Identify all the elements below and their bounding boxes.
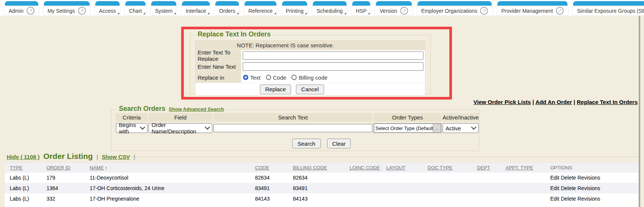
tab-admin[interactable]: Admin↗ (4, 1, 39, 16)
tab-label: System (155, 8, 173, 14)
revisions-link[interactable]: Revisions (578, 196, 600, 202)
replace-text-in-orders-link[interactable]: Replace Text In Orders (577, 99, 638, 105)
dropdown-triangle-icon (237, 12, 239, 14)
edit-link[interactable]: Edit (550, 185, 559, 191)
tab-label: My Settings (48, 8, 75, 14)
search-form: Criteria Begins with Field Order Name/De… (116, 113, 479, 133)
cell-billing-code: 82634 (293, 175, 308, 181)
col-header-doc-type[interactable]: DOC TYPE (428, 165, 452, 171)
table-header-row: TYPE ORDER ID NAME↑ CODE BILLING CODE LO… (5, 162, 638, 172)
search-text-column-header: Search Text (213, 113, 372, 122)
cell-order-id: 1364 (47, 185, 58, 191)
revisions-link[interactable]: Revisions (578, 185, 600, 191)
cell-name: 17-OH Corticosteroids, 24 Urine (90, 185, 164, 191)
cell-code: 82634 (255, 175, 270, 181)
dropdown-triangle-icon (368, 12, 370, 14)
cell-code: 83491 (255, 185, 270, 191)
col-header-layout[interactable]: LAYOUT (386, 165, 405, 171)
table-row: Labs (L) 332 17-OH Pregnenalone 84143 84… (5, 193, 638, 204)
active-inactive-select[interactable]: Active (443, 123, 479, 133)
tab-similar-exposure-groups[interactable]: Similar Exposure Groups (SEGs)↗ (572, 1, 644, 16)
annotation-highlight-box (181, 27, 452, 100)
delete-link[interactable]: Delete (561, 175, 576, 181)
criteria-select[interactable]: Begins with (116, 123, 147, 133)
tab-orders[interactable]: Orders (214, 1, 240, 16)
col-header-appt-type[interactable]: APPT. TYPE (506, 165, 533, 171)
sort-ascending-icon: ↑ (105, 165, 108, 171)
clear-button[interactable]: Clear (327, 139, 351, 148)
tab-label: Version (380, 8, 397, 14)
scrollbar[interactable] (639, 16, 640, 207)
dropdown-triangle-icon (174, 12, 176, 14)
order-type-browse-button[interactable]: ... (433, 124, 441, 132)
show-csv-link[interactable]: Show CSV (102, 154, 130, 160)
revisions-link[interactable]: Revisions (578, 175, 600, 181)
listing-divider-line (125, 157, 638, 157)
col-header-type[interactable]: TYPE (10, 165, 23, 171)
col-header-billing-code[interactable]: BILLING CODE (293, 165, 327, 171)
cell-name: 11-Deoxycortisol (90, 175, 128, 181)
col-header-code[interactable]: CODE (255, 165, 269, 171)
tab-interface[interactable]: Interface (181, 1, 211, 16)
dropdown-triangle-icon (305, 12, 307, 14)
tab-label: Interface (186, 8, 206, 14)
delete-link[interactable]: Delete (561, 196, 576, 202)
tab-hsp[interactable]: HSP (351, 1, 372, 16)
external-link-icon: ↗ (400, 7, 408, 15)
tab-reference[interactable]: Reference (243, 1, 278, 16)
search-orders-title: Search Orders (119, 105, 165, 113)
cell-billing-code: 83491 (293, 185, 308, 191)
order-listing-title: Order Listing (44, 152, 93, 161)
search-orders-panel: Search Orders Show Advanced Search Crite… (111, 109, 479, 151)
search-button[interactable]: Search (292, 139, 321, 148)
tab-system[interactable]: System (150, 1, 177, 16)
cell-type: Labs (L) (10, 185, 29, 191)
col-header-dept[interactable]: DEPT (477, 165, 490, 171)
tab-label: Provider Management (501, 8, 553, 14)
col-header-loinc-code[interactable]: LOINC CODE (350, 165, 380, 171)
tab-chart[interactable]: Chart (124, 1, 147, 16)
tab-my-settings[interactable]: My Settings↗ (43, 1, 91, 16)
tab-access[interactable]: Access (94, 1, 121, 16)
dropdown-triangle-icon (143, 12, 145, 14)
tab-label: Access (99, 8, 116, 14)
dropdown-triangle-icon (207, 12, 209, 14)
cell-order-id: 332 (47, 196, 55, 202)
col-header-options: OPTIONS (550, 165, 572, 171)
tab-label: Reference (248, 8, 273, 14)
show-advanced-search-link[interactable]: Show Advanced Search (169, 106, 224, 112)
search-text-input[interactable] (213, 124, 372, 132)
pipe-separator: | (134, 154, 135, 160)
table-row: Labs (L) 1364 17-OH Corticosteroids, 24 … (5, 183, 638, 193)
field-select[interactable]: Order Name/Description (149, 123, 212, 133)
tab-version[interactable]: Version↗ (375, 1, 413, 16)
cell-name: 17-OH Pregnenalone (90, 196, 139, 202)
col-header-order-id[interactable]: ORDER ID (47, 165, 71, 171)
cell-options: EditDeleteRevisions (550, 175, 602, 181)
tab-provider-management[interactable]: Provider Management↗ (496, 1, 569, 16)
chevron-down-icon (205, 124, 210, 130)
external-link-icon: ↗ (556, 7, 564, 15)
col-header-name[interactable]: NAME↑ (90, 165, 107, 171)
cell-type: Labs (L) (10, 196, 29, 202)
tab-label: Similar Exposure Groups (SEGs) (577, 8, 644, 14)
admin-tab-bar: Admin↗ My Settings↗ Access Chart System … (0, 0, 644, 16)
tab-scheduling[interactable]: Scheduling (312, 1, 347, 16)
cell-order-id: 179 (47, 175, 55, 181)
tab-printing[interactable]: Printing (281, 1, 308, 16)
tab-label: Printing (286, 8, 303, 14)
tab-label: Employer Organizations (421, 8, 477, 14)
cell-options: EditDeleteRevisions (550, 185, 602, 191)
delete-link[interactable]: Delete (561, 185, 576, 191)
field-column-header: Field (149, 113, 212, 122)
tab-employer-organizations[interactable]: Employer Organizations↗ (416, 1, 493, 16)
cell-billing-code: 84143 (293, 196, 308, 202)
order-type-picker[interactable]: Select Order Type (Default is All) ... (374, 123, 441, 133)
add-an-order-link[interactable]: Add An Order (535, 99, 572, 105)
tab-label: Admin (9, 8, 24, 14)
edit-link[interactable]: Edit (550, 175, 559, 181)
edit-link[interactable]: Edit (550, 196, 559, 202)
external-link-icon: ↗ (78, 7, 86, 15)
view-order-pick-lists-link[interactable]: View Order Pick Lists (473, 99, 531, 105)
hide-count-link[interactable]: Hide ( 1108 ) (7, 154, 40, 160)
